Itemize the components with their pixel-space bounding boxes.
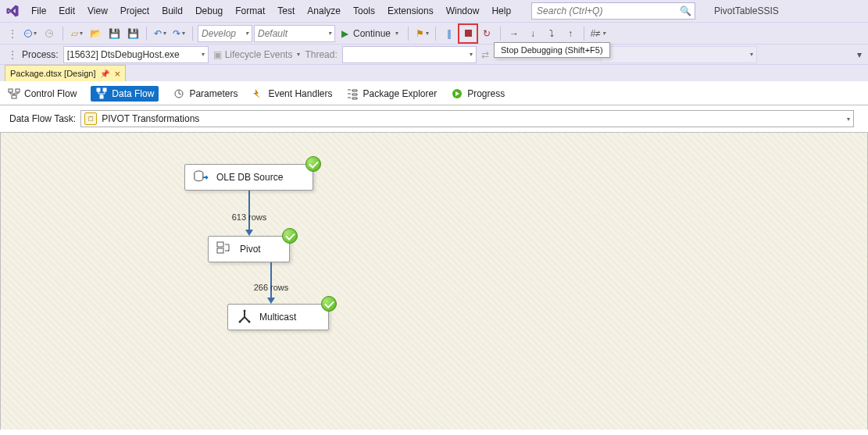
- menu-project[interactable]: Project: [114, 0, 155, 22]
- thread-combo[interactable]: ▾: [342, 46, 477, 63]
- break-all-button[interactable]: ‖: [441, 25, 458, 42]
- solution-name: PivotTableSSIS: [714, 5, 779, 16]
- menu-view[interactable]: View: [81, 0, 114, 22]
- new-item-button[interactable]: ▱▾: [68, 25, 85, 42]
- document-tabstrip: Package.dtsx [Design] 📌 ×: [0, 64, 868, 81]
- close-icon[interactable]: ×: [114, 69, 120, 79]
- toolbar-separator: [435, 27, 436, 41]
- svg-point-11: [244, 310, 246, 312]
- tab-progress[interactable]: Progress: [451, 87, 505, 100]
- continue-button[interactable]: ▶Continue▾: [337, 25, 403, 42]
- menu-help[interactable]: Help: [485, 0, 517, 22]
- chevron-down-icon: ▾: [847, 116, 850, 123]
- breakpoint-button[interactable]: ⚑▾: [413, 25, 430, 42]
- undo-button[interactable]: ↶▾: [152, 25, 169, 42]
- search-input[interactable]: [535, 5, 680, 17]
- stack-frame-combo[interactable]: ▾: [601, 46, 757, 63]
- svg-rect-5: [100, 95, 103, 98]
- open-button[interactable]: 📂: [87, 25, 104, 42]
- progress-icon: [451, 87, 463, 100]
- nav-back-button[interactable]: ←▾: [22, 25, 39, 42]
- thread-tool-button[interactable]: ⇄: [481, 49, 489, 60]
- tab-label: Progress: [467, 88, 505, 99]
- tab-package-explorer[interactable]: Package Explorer: [346, 87, 437, 100]
- variable-button[interactable]: #≠▾: [589, 25, 606, 42]
- menu-format[interactable]: Format: [229, 0, 271, 22]
- solution-config-combo[interactable]: Develop▾: [198, 25, 252, 42]
- step-over-button[interactable]: ⤵: [543, 25, 560, 42]
- restart-button[interactable]: ↻: [478, 25, 495, 42]
- pivot-icon: [216, 241, 234, 257]
- tab-label: Package Explorer: [363, 88, 437, 99]
- quick-launch-search[interactable]: 🔍: [531, 2, 695, 20]
- toolbar-overflow-icon[interactable]: ▾: [857, 49, 862, 60]
- step-into-button[interactable]: ↓: [524, 25, 541, 42]
- main-toolbar: ⋮ ←▾ → ▱▾ 📂 💾 💾 ↶▾ ↷▾ Develop▾ Default▾ …: [0, 22, 868, 44]
- svg-rect-4: [103, 88, 106, 91]
- nav-forward-button[interactable]: →: [41, 25, 58, 42]
- svg-rect-2: [12, 95, 16, 98]
- menu-tools[interactable]: Tools: [347, 0, 381, 22]
- toolbar-separator: [192, 27, 193, 41]
- menu-file[interactable]: File: [25, 0, 52, 22]
- chevron-down-icon: ▾: [328, 30, 331, 37]
- step-out-button[interactable]: ↑: [562, 25, 579, 42]
- ssis-designer-header: Control Flow Data Flow Parameters Event …: [0, 81, 868, 105]
- svg-rect-3: [97, 88, 100, 91]
- toolbar-separator: [63, 27, 63, 41]
- tab-control-flow[interactable]: Control Flow: [8, 87, 77, 100]
- process-combo[interactable]: [15632] DtsDebugHost.exe▾: [63, 46, 209, 63]
- visual-studio-logo-icon: [5, 3, 20, 19]
- tab-label: Event Handlers: [268, 88, 332, 99]
- node-label: Multicast: [259, 312, 296, 323]
- pin-icon[interactable]: 📌: [100, 70, 109, 78]
- grip-icon: ⋮: [8, 28, 17, 39]
- save-button[interactable]: 💾: [105, 25, 123, 42]
- process-label: Process:: [22, 49, 59, 60]
- chevron-down-icon: ▾: [470, 51, 473, 58]
- tab-event-handlers[interactable]: Event Handlers: [252, 87, 332, 100]
- menu-analyze[interactable]: Analyze: [301, 0, 347, 22]
- solution-platform-combo[interactable]: Default▾: [254, 25, 335, 42]
- tab-parameters[interactable]: Parameters: [173, 87, 238, 100]
- designer-tabs: Control Flow Data Flow Parameters Event …: [8, 86, 860, 102]
- data-flow-task-label: Data Flow Task:: [9, 113, 76, 124]
- toolbar-separator: [146, 27, 147, 41]
- lifecycle-events-button[interactable]: ▣Lifecycle Events▾: [213, 49, 301, 60]
- arrow-down-icon: [267, 298, 275, 304]
- menu-edit[interactable]: Edit: [52, 0, 81, 22]
- data-flow-canvas[interactable]: OLE DB Source 613 rows Pivot 266 rows Mu…: [0, 133, 868, 430]
- menu-build[interactable]: Build: [155, 0, 189, 22]
- connector: [248, 191, 250, 230]
- svg-point-12: [239, 321, 241, 323]
- db-source-icon: [193, 169, 210, 185]
- menu-debug[interactable]: Debug: [189, 0, 229, 22]
- menu-extensions[interactable]: Extensions: [381, 0, 440, 22]
- menu-window[interactable]: Window: [440, 0, 486, 22]
- toolbar-separator: [584, 27, 584, 41]
- toolbar-separator: [500, 27, 501, 41]
- tab-data-flow[interactable]: Data Flow: [91, 86, 159, 102]
- chevron-down-icon: ▾: [34, 30, 37, 37]
- data-flow-icon: [95, 87, 108, 100]
- data-flow-task-row: Data Flow Task: □ PIVOT Transformations …: [0, 105, 868, 133]
- lifecycle-icon: ▣: [213, 49, 222, 60]
- data-flow-task-combo[interactable]: □ PIVOT Transformations ▾: [80, 110, 854, 127]
- play-icon: ▶: [341, 28, 348, 39]
- redo-button[interactable]: ↷▾: [170, 25, 188, 42]
- menu-test[interactable]: Test: [271, 0, 301, 22]
- show-next-statement-button[interactable]: →: [505, 25, 523, 42]
- grip-icon: ⋮: [8, 49, 17, 60]
- chevron-down-icon: ▾: [202, 51, 205, 58]
- node-pivot[interactable]: Pivot: [208, 236, 290, 262]
- svg-rect-0: [9, 89, 13, 92]
- stop-debugging-button[interactable]: [459, 25, 477, 42]
- chevron-down-icon: ▾: [245, 30, 248, 37]
- node-oledb-source[interactable]: OLE DB Source: [184, 164, 313, 191]
- event-handlers-icon: [252, 87, 264, 100]
- document-tab[interactable]: Package.dtsx [Design] 📌 ×: [5, 65, 126, 81]
- node-multicast[interactable]: Multicast: [227, 304, 329, 330]
- save-all-button[interactable]: 💾: [124, 25, 141, 42]
- chevron-down-icon: ▾: [750, 51, 753, 58]
- success-badge-icon: [321, 296, 337, 312]
